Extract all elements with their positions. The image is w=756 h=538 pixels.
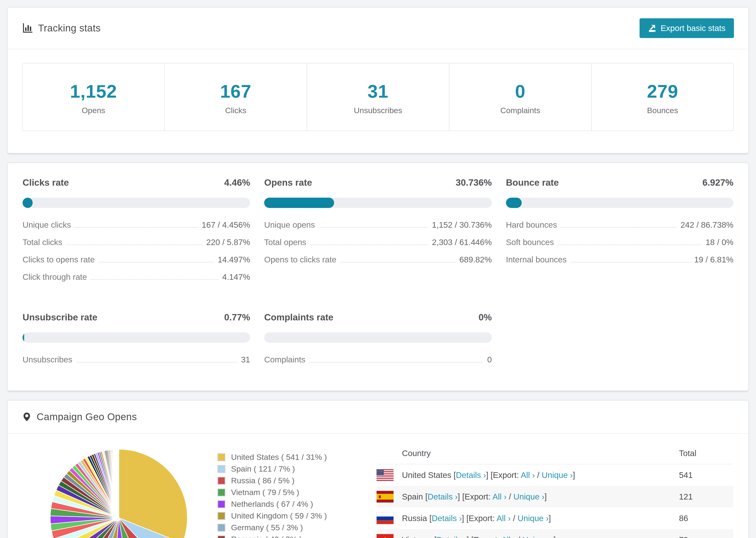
details-link[interactable]: Details › — [436, 535, 466, 538]
metric-value: 2,303 / 61.446% — [432, 238, 492, 247]
country-cell: Vietnam [Details ›] [Export: All › / Uni… — [402, 535, 679, 538]
export-all-link[interactable]: All › — [497, 513, 511, 523]
legend-item: Spain ( 121 / 7% ) — [217, 464, 349, 473]
rate-percent: 4.46% — [224, 178, 250, 188]
geo-table-body: United States [Details ›] [Export: All ›… — [377, 464, 733, 538]
metric-value: 18 / 0% — [706, 238, 733, 247]
progress-bar — [23, 332, 250, 343]
country-total: 121 — [679, 492, 733, 501]
dotted-leader — [75, 227, 198, 228]
export-unique-link[interactable]: Unique › — [517, 513, 549, 523]
dotted-leader — [98, 262, 214, 262]
export-all-link[interactable]: All › — [501, 535, 515, 538]
metric-label: Hard bounces — [506, 220, 557, 230]
map-pin-icon — [22, 411, 31, 422]
flag-cell — [377, 512, 394, 524]
rate-section: Unsubscribe rate 0.77% Unsubscribes 31 — [23, 312, 250, 372]
progress-bar-fill — [23, 198, 33, 208]
metric-value: 14.497% — [218, 255, 250, 264]
details-link[interactable]: Details › — [456, 470, 486, 480]
export-prefix: Export: — [469, 513, 495, 523]
country-total: 79 — [679, 535, 733, 538]
metric-row: Unsubscribes 31 — [23, 355, 250, 372]
dotted-leader — [340, 262, 456, 262]
rate-section: Bounce rate 6.927% Hard bounces 242 / 86… — [506, 178, 733, 290]
metric-row: Clicks to opens rate 14.497% — [23, 255, 250, 272]
dotted-leader — [558, 244, 702, 245]
metric-row: Unique opens 1,152 / 30.736% — [264, 220, 492, 238]
geo-table: Country Total United States [Details ›] … — [377, 443, 733, 538]
export-prefix: Export: — [473, 535, 500, 538]
export-basic-stats-button[interactable]: Export basic stats — [639, 18, 734, 38]
flag-cell — [377, 491, 394, 503]
metric-row: Unique clicks 167 / 4.456% — [23, 220, 250, 238]
rate-percent: 0% — [478, 312, 492, 323]
flag-vn-icon — [377, 534, 394, 538]
export-unique-link[interactable]: Unique › — [522, 535, 553, 538]
export-unique-link[interactable]: Unique › — [542, 470, 573, 480]
dotted-leader — [319, 227, 428, 228]
stat-box: 0 Complaints — [449, 63, 591, 131]
legend-swatch — [217, 524, 225, 532]
metric-row: Opens to clicks rate 689.82% — [264, 255, 492, 272]
country-column-header: Country — [402, 449, 679, 458]
metric-value: 4.147% — [222, 272, 250, 282]
legend-label: Russia ( 86 / 5% ) — [231, 476, 295, 485]
dotted-leader — [561, 227, 677, 228]
export-prefix: Export: — [493, 470, 519, 480]
rate-rows: Unsubscribes 31 — [23, 355, 250, 372]
rates-card: Clicks rate 4.46% Unique clicks 167 / 4.… — [7, 162, 749, 391]
country-name: Russia — [402, 513, 427, 523]
rate-section: Opens rate 30.736% Unique opens 1,152 / … — [264, 178, 492, 290]
metric-row: Hard bounces 242 / 86.738% — [506, 220, 733, 238]
legend-label: Germany ( 55 / 3% ) — [231, 523, 303, 532]
legend-swatch — [217, 500, 225, 508]
legend-swatch — [217, 477, 225, 485]
stats-row: 1,152 Opens 167 Clicks 31 Unsubscribes 0… — [22, 63, 734, 131]
rate-head: Opens rate 30.736% — [264, 178, 492, 188]
legend-swatch — [217, 512, 225, 520]
geo-pie-chart — [48, 447, 189, 538]
legend-swatch — [217, 453, 225, 461]
details-link[interactable]: Details › — [432, 513, 461, 523]
page: Tracking stats Export basic stats 1,152 … — [0, 0, 756, 538]
table-row: Russia [Details ›] [Export: All › / Uniq… — [377, 508, 733, 529]
page-title: Tracking stats — [38, 23, 101, 34]
metric-label: Clicks to opens rate — [23, 255, 95, 264]
stat-value: 1,152 — [25, 81, 162, 102]
export-unique-link[interactable]: Unique › — [513, 492, 544, 501]
export-prefix: Export: — [465, 492, 491, 501]
stat-value: 31 — [309, 81, 447, 102]
legend-swatch — [217, 488, 225, 497]
progress-bar — [264, 332, 492, 343]
geo-pie-wrap — [23, 438, 187, 538]
metric-label: Opens to clicks rate — [264, 255, 336, 264]
export-all-link[interactable]: All › — [521, 470, 535, 480]
progress-bar-fill — [506, 198, 522, 208]
header-divider — [8, 49, 748, 49]
flag-ru-icon — [377, 512, 394, 524]
table-row: United States [Details ›] [Export: All ›… — [377, 464, 733, 486]
country-name: Spain — [402, 492, 423, 501]
legend-swatch — [217, 535, 225, 538]
geo-opens-card: Campaign Geo Opens United States ( 541 /… — [7, 400, 749, 538]
metric-value: 31 — [241, 355, 250, 364]
metric-label: Soft bounces — [506, 238, 554, 247]
rate-percent: 0.77% — [224, 312, 250, 323]
legend-item: United States ( 541 / 31% ) — [217, 453, 349, 462]
legend-label: Netherlands ( 67 / 4% ) — [231, 500, 313, 509]
details-link[interactable]: Details › — [428, 492, 458, 501]
stat-box: 1,152 Opens — [23, 63, 164, 131]
dotted-leader — [91, 279, 218, 280]
export-all-link[interactable]: All › — [492, 492, 507, 501]
rate-rows: Hard bounces 242 / 86.738% Soft bounces … — [506, 220, 733, 272]
geo-legend: United States ( 541 / 31% ) Spain ( 121 … — [217, 438, 349, 538]
bar-chart-icon — [22, 23, 33, 33]
rate-title: Clicks rate — [23, 178, 69, 188]
rate-head: Unsubscribe rate 0.77% — [23, 312, 250, 323]
legend-label: Romania ( 49 / 3% ) — [231, 535, 302, 538]
stat-label: Complaints — [452, 106, 589, 115]
stat-value: 0 — [452, 81, 589, 102]
rate-title: Opens rate — [264, 178, 312, 188]
metric-value: 1,152 / 30.736% — [432, 220, 492, 230]
